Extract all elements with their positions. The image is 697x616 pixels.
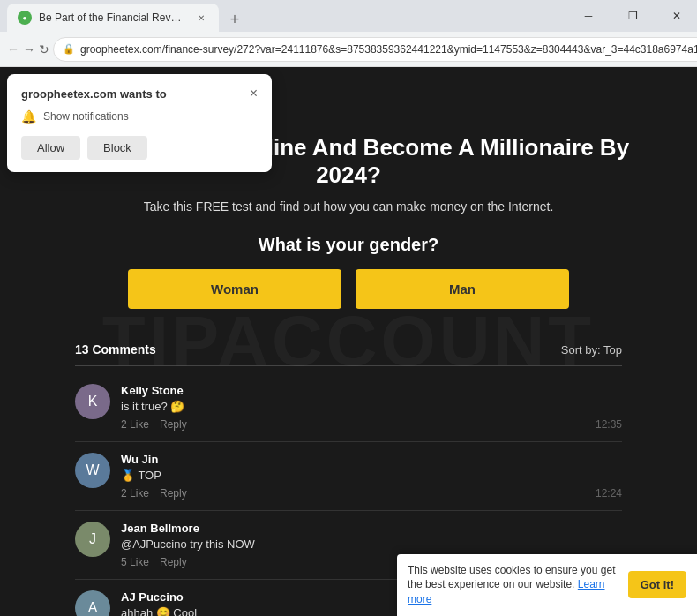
minimize-button[interactable]: ─ [568,0,609,32]
comment-body: Wu Jin 🥇 TOP 2 Like Reply 12:24 [121,453,622,500]
reply-button[interactable]: Reply [160,418,187,431]
comment-text: @AJPuccino try this NOW [121,537,622,551]
browser-toolbar: ← → ↻ 🔒 groopheetex.com/finance-survey/2… [0,32,697,67]
notification-popup: groopheetex.com wants to × 🔔 Show notifi… [7,74,272,172]
comment-author-name: Wu Jin [121,453,622,466]
comment-time: 12:35 [596,418,622,431]
reply-button[interactable]: Reply [160,487,187,500]
comment-body: Kelly Stone is it true? 🤔 2 Like Reply 1… [121,384,622,431]
cookie-banner: This website uses cookies to ensure you … [397,554,697,616]
comment-avatar: W [75,453,110,488]
close-button[interactable]: ✕ [656,0,697,32]
notification-title: groopheetex.com wants to [21,87,167,101]
new-tab-button[interactable]: + [222,7,247,32]
comment-item: K Kelly Stone is it true? 🤔 2 Like Reply… [75,373,622,442]
tab-title: Be Part of the Financial Revolut... [39,11,187,24]
gender-question: What is your gender? [259,235,438,255]
allow-button[interactable]: Allow [21,136,80,160]
cookie-accept-button[interactable]: Got it! [628,571,686,598]
reply-button[interactable]: Reply [160,556,187,568]
comments-count: 13 Comments [75,342,156,357]
comment-author-name: Jean Bellmore [121,522,622,535]
bell-icon: 🔔 [21,109,36,124]
woman-button[interactable]: Woman [128,269,341,309]
comment-avatar: J [75,522,110,557]
tab-bar: ● Be Part of the Financial Revolut... ✕ … [0,0,697,32]
address-bar[interactable]: 🔒 groopheetex.com/finance-survey/272?var… [53,37,697,62]
page-content: TIPACCOUNT groopheetex.com wants to × 🔔 … [0,67,697,616]
active-tab[interactable]: ● Be Part of the Financial Revolut... ✕ [7,4,219,32]
comment-item: W Wu Jin 🥇 TOP 2 Like Reply 12:24 [75,442,622,511]
forward-button[interactable]: → [23,37,35,62]
comment-avatar: K [75,384,110,419]
man-button[interactable]: Man [356,269,569,309]
comment-time: 12:24 [596,487,622,500]
main-subtitle: Take this FREE test and find out how you… [144,199,554,214]
comment-author-name: Kelly Stone [121,384,622,397]
tab-favicon: ● [18,11,32,25]
address-lock-icon: 🔒 [63,43,75,55]
like-button[interactable]: 2 Like [121,487,149,500]
notification-close-button[interactable]: × [250,86,258,101]
sort-label: Sort by: Top [561,343,622,357]
reload-button[interactable]: ↻ [39,37,49,62]
notification-message-text: Show notifications [43,110,129,123]
notification-action-buttons: Allow Block [21,136,258,160]
browser-chrome: ● Be Part of the Financial Revolut... ✕ … [0,0,697,67]
comment-avatar: A [75,590,110,616]
restore-button[interactable]: ❐ [612,0,653,32]
comment-actions: 2 Like Reply 12:24 [121,487,622,500]
block-button[interactable]: Block [87,136,147,160]
address-url-text: groopheetex.com/finance-survey/272?var=2… [80,43,697,56]
back-button[interactable]: ← [7,37,19,62]
comment-actions: 2 Like Reply 12:35 [121,418,622,431]
comment-text: is it true? 🤔 [121,400,622,413]
notification-header: groopheetex.com wants to × [21,86,258,101]
comments-header: 13 Comments Sort by: Top [75,334,622,366]
tab-close-button[interactable]: ✕ [194,11,208,25]
comment-text: 🥇 TOP [121,469,622,482]
cookie-text: This website uses cookies to ensure you … [408,563,618,607]
gender-buttons-container: Woman Man [128,269,569,309]
like-button[interactable]: 5 Like [121,556,149,568]
window-controls: ─ ❐ ✕ [568,0,697,32]
like-button[interactable]: 2 Like [121,418,149,431]
notification-message-row: 🔔 Show notifications [21,109,258,124]
